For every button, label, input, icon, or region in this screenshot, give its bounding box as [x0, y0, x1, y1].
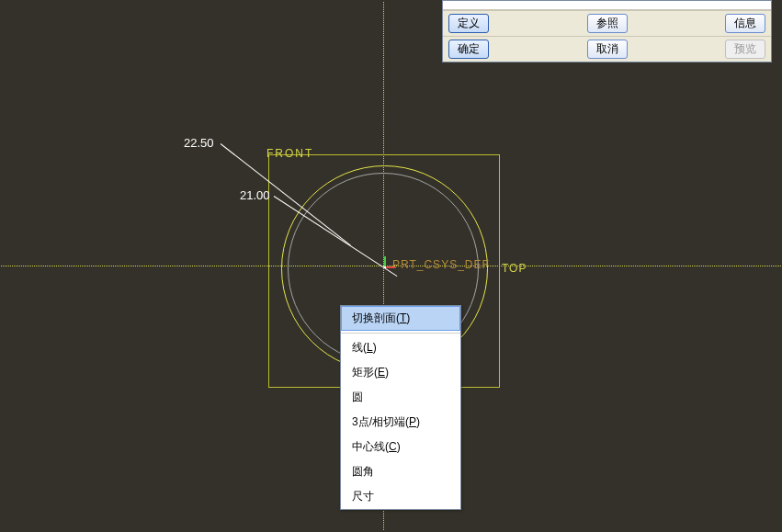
- dialog-list-area: [443, 1, 771, 10]
- menu-label: 矩形(: [352, 366, 378, 379]
- menu-label: 线(: [352, 341, 367, 354]
- dialog-row-2: 确定 取消 预览: [443, 36, 771, 62]
- menu-circle[interactable]: 圆: [341, 385, 460, 410]
- menu-label-tail: ): [373, 341, 377, 354]
- menu-label-tail: ): [397, 440, 401, 453]
- menu-label: 中心线(: [352, 440, 389, 453]
- define-button[interactable]: 定义: [448, 14, 489, 33]
- menu-label: 尺寸: [352, 490, 374, 503]
- menu-toggle-section[interactable]: 切换剖面(T): [341, 306, 460, 331]
- menu-separator: [341, 333, 460, 334]
- dimension-value-1[interactable]: 22.50: [184, 136, 214, 150]
- menu-hotkey: L: [367, 341, 373, 354]
- reference-button[interactable]: 参照: [587, 14, 628, 33]
- feature-dialog: 定义 参照 信息 确定 取消 预览: [442, 0, 772, 62]
- menu-centerline[interactable]: 中心线(C): [341, 435, 460, 459]
- dimension-value-2[interactable]: 21.00: [240, 188, 270, 202]
- csys-label: PRT_CSYS_DEF: [392, 258, 490, 271]
- ok-button[interactable]: 确定: [448, 40, 489, 59]
- menu-label-tail: ): [406, 311, 410, 324]
- menu-hotkey: E: [378, 366, 385, 379]
- cancel-button[interactable]: 取消: [587, 40, 628, 59]
- origin-x-axis: [385, 266, 396, 268]
- menu-hotkey: C: [389, 440, 397, 453]
- menu-label-tail: ): [385, 366, 389, 379]
- menu-fillet[interactable]: 圆角: [341, 459, 460, 484]
- menu-dimension[interactable]: 尺寸: [341, 484, 460, 509]
- datum-label-front: FRONT: [266, 147, 313, 160]
- menu-label-tail: ): [416, 415, 420, 428]
- menu-three-point[interactable]: 3点/相切端(P): [341, 410, 460, 435]
- info-button[interactable]: 信息: [725, 14, 765, 33]
- menu-label: 切换剖面(: [352, 311, 400, 324]
- menu-label: 圆: [352, 391, 363, 403]
- menu-line[interactable]: 线(L): [341, 335, 460, 360]
- menu-rectangle[interactable]: 矩形(E): [341, 360, 460, 385]
- origin-y-axis: [384, 256, 386, 267]
- datum-label-top: TOP: [502, 262, 527, 275]
- preview-button: 预览: [725, 40, 765, 59]
- menu-label: 圆角: [352, 465, 374, 478]
- menu-label: 3点/相切端(: [352, 415, 409, 428]
- origin-marker: [379, 261, 391, 274]
- context-menu: 切换剖面(T) 线(L) 矩形(E) 圆 3点/相切端(P) 中心线(C) 圆角…: [340, 305, 461, 510]
- menu-hotkey: P: [409, 415, 416, 428]
- dialog-row-1: 定义 参照 信息: [443, 10, 771, 36]
